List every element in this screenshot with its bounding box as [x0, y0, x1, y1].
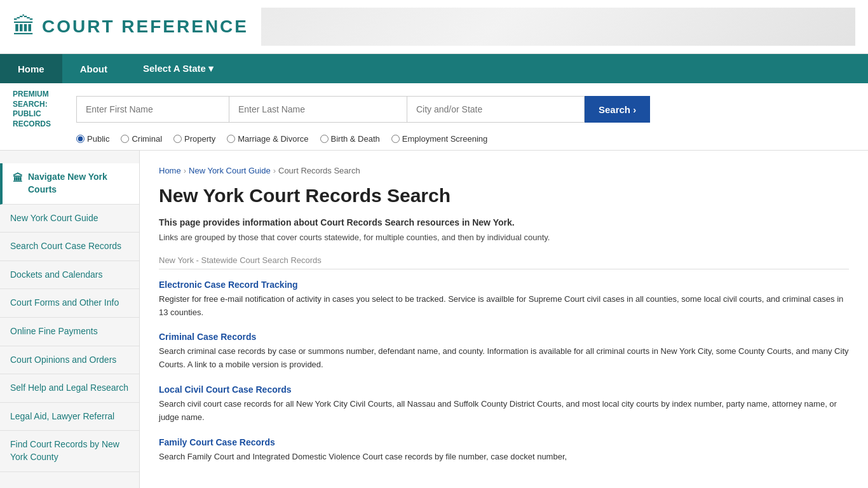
- record-desc-2: Search civil court case records for all …: [159, 398, 849, 424]
- last-name-input[interactable]: [229, 96, 407, 123]
- record-link-2[interactable]: Local Civil Court Case Records: [159, 384, 292, 395]
- record-entry-1: Criminal Case Records Search criminal ca…: [159, 332, 849, 372]
- main-content: Home › New York Court Guide › Court Reco…: [140, 151, 868, 488]
- record-entry-2: Local Civil Court Case Records Search ci…: [159, 384, 849, 424]
- radio-employment[interactable]: Employment Screening: [391, 134, 487, 144]
- search-bar: PREMIUM SEARCH: PUBLIC RECORDS Search › …: [0, 83, 868, 151]
- nav-home[interactable]: Home: [0, 54, 62, 83]
- record-entry-3: Family Court Case Records Search Family …: [159, 437, 849, 464]
- navbar: Home About Select A State ▾: [0, 54, 868, 83]
- sidebar: 🏛 Navigate New York Courts New York Cour…: [0, 151, 140, 488]
- search-type-radio-group: Public Criminal Property Marriage & Divo…: [76, 134, 855, 144]
- sidebar-item-navigate[interactable]: 🏛 Navigate New York Courts: [0, 163, 139, 204]
- sidebar-icon-navigate: 🏛: [13, 172, 23, 186]
- sidebar-item-self-help[interactable]: Self Help and Legal Research: [0, 374, 139, 403]
- record-desc-3: Search Family Court and Integrated Domes…: [159, 451, 849, 464]
- first-name-input[interactable]: [76, 96, 229, 123]
- sidebar-item-dockets[interactable]: Dockets and Calendars: [0, 261, 139, 290]
- sidebar-item-forms[interactable]: Court Forms and Other Info: [0, 289, 139, 318]
- sidebar-item-fines[interactable]: Online Fine Payments: [0, 318, 139, 346]
- logo-area: 🏛 COURT REFERENCE: [13, 13, 248, 40]
- logo-icon: 🏛: [13, 13, 36, 40]
- breadcrumb: Home › New York Court Guide › Court Reco…: [159, 166, 849, 175]
- radio-public[interactable]: Public: [76, 134, 109, 144]
- section-header: New York - Statewide Court Search Record…: [159, 255, 849, 269]
- record-link-1[interactable]: Criminal Case Records: [159, 332, 256, 342]
- radio-marriage-divorce[interactable]: Marriage & Divorce: [227, 134, 308, 144]
- intro-normal-text: Links are grouped by those that cover co…: [159, 231, 849, 244]
- nav-select-state[interactable]: Select A State ▾: [125, 54, 231, 83]
- breadcrumb-current: Court Records Search: [278, 166, 360, 175]
- site-header: 🏛 COURT REFERENCE: [0, 0, 868, 54]
- premium-label: PREMIUM SEARCH: PUBLIC RECORDS: [13, 90, 70, 129]
- breadcrumb-guide[interactable]: New York Court Guide: [189, 166, 271, 175]
- sidebar-item-guide[interactable]: New York Court Guide: [0, 205, 139, 233]
- sidebar-item-opinions[interactable]: Court Opinions and Orders: [0, 346, 139, 375]
- record-link-0[interactable]: Electronic Case Record Tracking: [159, 280, 298, 290]
- radio-birth-death[interactable]: Birth & Death: [320, 134, 380, 144]
- record-link-3[interactable]: Family Court Case Records: [159, 437, 275, 447]
- nav-about[interactable]: About: [62, 54, 125, 83]
- search-button[interactable]: Search ›: [585, 96, 650, 123]
- record-desc-0: Register for free e-mail notification of…: [159, 293, 849, 320]
- radio-criminal[interactable]: Criminal: [121, 134, 162, 144]
- sidebar-item-legal-aid[interactable]: Legal Aid, Lawyer Referral: [0, 403, 139, 431]
- main-wrapper: 🏛 Navigate New York Courts New York Cour…: [0, 151, 868, 488]
- sidebar-item-find-county[interactable]: Find Court Records by New York County: [0, 431, 139, 471]
- logo-text: COURT REFERENCE: [42, 17, 248, 37]
- intro-bold-text: This page provides information about Cou…: [159, 217, 849, 227]
- header-background: [261, 8, 855, 46]
- radio-property[interactable]: Property: [173, 134, 215, 144]
- city-state-input[interactable]: [407, 96, 585, 123]
- record-entry-0: Electronic Case Record Tracking Register…: [159, 280, 849, 320]
- page-title: New York Court Records Search: [159, 184, 849, 207]
- record-desc-1: Search criminal case records by case or …: [159, 345, 849, 372]
- breadcrumb-home[interactable]: Home: [159, 166, 181, 175]
- sidebar-item-search-records[interactable]: Search Court Case Records: [0, 233, 139, 261]
